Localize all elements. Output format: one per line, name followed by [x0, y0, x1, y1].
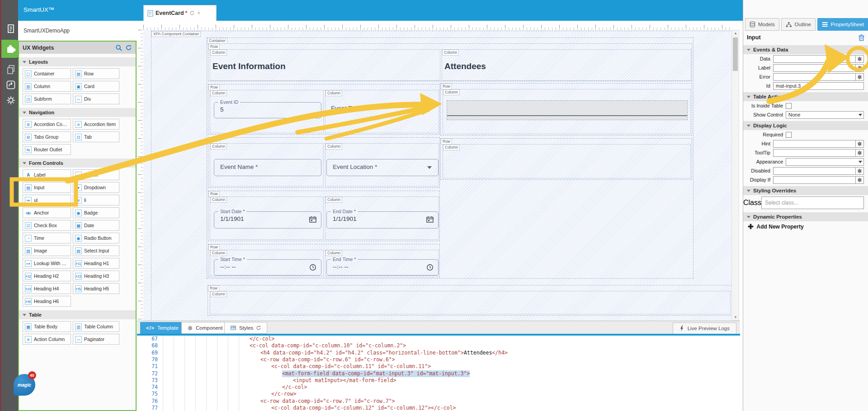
widget-ul[interactable]: ≔ul: [23, 195, 71, 206]
heading-attendees[interactable]: Attendees: [444, 61, 486, 71]
form-row[interactable]: Row Column Start Time * --:-- -- Column: [208, 244, 440, 277]
copy-icon[interactable]: [5, 64, 16, 75]
prop-hint-field[interactable]: [773, 140, 864, 148]
prop-label-field[interactable]: [773, 64, 864, 72]
document-icon[interactable]: [5, 23, 16, 34]
refresh-icon[interactable]: [125, 44, 132, 51]
widget-container[interactable]: ▢Container: [23, 68, 71, 79]
close-icon[interactable]: ×: [197, 10, 200, 16]
field-end-date[interactable]: End Date * 1/1/1901: [326, 211, 439, 229]
code-line-76[interactable]: 76<c-row data-comp-id="c-row.7" id="c-ro…: [137, 398, 740, 405]
prop-label-expression-button[interactable]: [855, 65, 863, 71]
property-section-header[interactable]: Styling Overrides: [743, 186, 868, 195]
attendees-row[interactable]: Row Column: [440, 83, 692, 135]
refresh-icon[interactable]: [189, 10, 195, 16]
calendar-icon[interactable]: [309, 215, 317, 224]
property-section-header[interactable]: Display Logic: [743, 121, 868, 130]
widget-section-header[interactable]: Layouts: [19, 57, 136, 66]
prop-display-if-expression-button[interactable]: [855, 177, 863, 183]
project-name[interactable]: SmartUXDemoApp: [18, 21, 137, 41]
widget-action-column[interactable]: ≡Action Column: [23, 334, 71, 345]
code-line-68[interactable]: 68<c-col data-comp-id="c-column.10" id="…: [137, 342, 740, 349]
clock-icon[interactable]: [309, 263, 317, 271]
prop-appearance-field[interactable]: [786, 158, 864, 166]
widget-section-header[interactable]: Navigation: [19, 108, 136, 117]
search-icon[interactable]: [115, 44, 123, 51]
tab-styles[interactable]: Styles: [224, 322, 267, 334]
chevron-down-icon[interactable]: [426, 108, 430, 111]
refresh-icon[interactable]: [256, 325, 261, 331]
trash-icon[interactable]: [858, 34, 865, 41]
heading-column-left[interactable]: Column Event Information: [210, 49, 440, 81]
prop-hint-expression-button[interactable]: [855, 140, 863, 147]
property-section-header[interactable]: Dynamic Properties: [743, 212, 868, 221]
field-end-time[interactable]: End Time * --:-- --: [326, 259, 439, 276]
widget-tabs-group[interactable]: ⊟Tabs Group: [23, 131, 71, 142]
code-area[interactable]: 67</c-col>68<c-col data-comp-id="c-colum…: [137, 336, 740, 411]
field-event-id[interactable]: Event ID 5: [214, 102, 321, 118]
heading-column-right[interactable]: Column Attendees: [442, 49, 691, 81]
prop-error-field[interactable]: [773, 73, 864, 81]
attendees-empty-row[interactable]: Row Column: [440, 138, 692, 180]
prop-tooltip-field[interactable]: [773, 149, 864, 157]
prop-disabled-field[interactable]: [773, 167, 864, 175]
chevron-down-icon[interactable]: [859, 161, 862, 163]
widget-paginator[interactable]: ‹›Paginator: [73, 334, 119, 345]
prop-show-control-field[interactable]: None: [786, 111, 864, 119]
tab-template[interactable]: </> Template: [140, 322, 184, 334]
widget-select-input[interactable]: ▤Select Input: [73, 245, 119, 256]
widget-accordion-conta[interactable]: ≣Accordion Conta...: [23, 119, 71, 130]
canvas-scrollbar[interactable]: ▲ ▼: [731, 30, 739, 321]
scroll-up-icon[interactable]: ▲: [734, 31, 737, 35]
widget-section-header[interactable]: Form Controls: [19, 159, 136, 168]
widget-table-column[interactable]: ▥Table Column: [73, 321, 119, 332]
code-line-67[interactable]: 67</c-col>: [137, 336, 740, 342]
gear-icon[interactable]: [5, 95, 16, 106]
scroll-down-icon[interactable]: ▼: [734, 315, 737, 319]
dropped-input-widget[interactable]: [447, 100, 688, 120]
live-preview-logs-button[interactable]: Live Preview Logs: [673, 322, 736, 334]
calendar-icon[interactable]: [426, 215, 434, 224]
widget-div[interactable]: ‹›Div: [73, 93, 119, 104]
widget-column[interactable]: ▥Column: [23, 81, 71, 92]
field-event-name[interactable]: Event Name *: [214, 159, 321, 176]
widget-card[interactable]: ▣Card: [73, 81, 119, 92]
widget-section-header[interactable]: Table: [19, 310, 136, 319]
widget-heading-h2[interactable]: H2Heading H2: [23, 271, 71, 281]
code-line-71[interactable]: 71<c-col data-comp-id="c-column.11" id="…: [137, 363, 740, 370]
field-start-time[interactable]: Start Time * --:-- --: [214, 259, 321, 276]
widget-heading-h4[interactable]: H4Heading H4: [23, 283, 71, 294]
widget-li[interactable]: ≡li: [73, 195, 119, 206]
tab-component[interactable]: Component: [181, 322, 228, 334]
add-new-property-button[interactable]: ✚Add New Property: [743, 221, 868, 232]
form-column[interactable]: Column End Time * --:-- --: [325, 250, 439, 276]
form-column[interactable]: Column Event Type *: [325, 90, 439, 133]
widget-button[interactable]: ▭Button: [73, 169, 119, 180]
code-line-70[interactable]: 70<c-row data-comp-id="c-row.6" id="c-ro…: [137, 356, 740, 363]
bottom-column[interactable]: Column: [210, 291, 731, 314]
widget-date[interactable]: ▦Date: [73, 220, 119, 231]
code-line-73[interactable]: 73<input matInput></mat-form-field>: [137, 377, 740, 384]
tab-models[interactable]: Models: [745, 18, 779, 31]
widget-heading-h6[interactable]: H6Heading H6: [23, 296, 71, 307]
chevron-down-icon[interactable]: [859, 114, 862, 116]
attendees-column[interactable]: Column: [443, 89, 691, 134]
code-line-69[interactable]: 69<h4 data-comp-id="h4.2" id="h4.2" clas…: [137, 350, 740, 356]
form-column[interactable]: Column Event Name *: [210, 143, 324, 187]
chevron-down-icon[interactable]: [427, 166, 432, 169]
prop-data-field[interactable]: [773, 55, 864, 63]
widget-accordion-item[interactable]: ≡Accordion Item: [73, 119, 119, 130]
code-line-75[interactable]: 75</c-row>: [137, 391, 740, 397]
share-arrow-icon[interactable]: [5, 79, 16, 90]
field-event-type[interactable]: Event Type *: [331, 105, 365, 112]
widget-lookup-with-de[interactable]: ⊶Lookup With De...: [23, 258, 71, 269]
xpa-component-container[interactable]: XPA Component Container Container Row Co…: [151, 31, 734, 329]
form-row[interactable]: Row Column Event Name * Column Event Loc…: [208, 137, 440, 188]
widget-input[interactable]: ▤Input: [23, 182, 71, 193]
form-column[interactable]: Column Start Date * 1/1/1901: [210, 196, 324, 240]
heading-event-information[interactable]: Event Information: [212, 61, 286, 71]
prop-tooltip-expression-button[interactable]: [855, 149, 863, 156]
prop-data-expression-button[interactable]: [855, 56, 863, 62]
widget-heading-h5[interactable]: H5Heading H5: [73, 283, 119, 294]
prop-display-if-field[interactable]: [773, 176, 864, 184]
